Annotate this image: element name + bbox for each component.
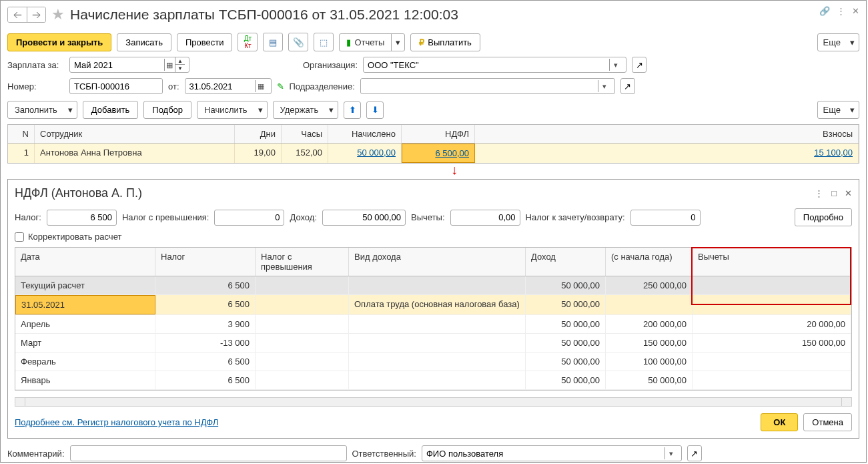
correct-calculation-label: Корректировать расчет [28, 232, 121, 242]
dtkt-icon-button[interactable]: ДтКт [238, 33, 258, 51]
income-input[interactable] [322, 210, 406, 226]
salary-period-input[interactable] [74, 60, 164, 70]
table-row[interactable]: Апрель3 90050 000,00200 000,0020 000,00 [15, 315, 851, 334]
table-row[interactable]: 1 Антонова Анна Петровна 19,00 152,00 50… [8, 144, 859, 163]
responsible-label: Ответственный: [352, 449, 416, 459]
arrow-indicator-icon: ↓ [448, 162, 461, 178]
table-row[interactable]: Февраль6 50050 000,00100 000,00 [15, 353, 851, 371]
arrow-down-icon: ⬇ [372, 105, 379, 115]
date-input[interactable] [189, 81, 256, 91]
pay-button[interactable]: ₽Выплатить [410, 33, 480, 51]
page-title: Начисление зарплаты ТСБП-000016 от 31.05… [70, 7, 458, 23]
spin-up-icon[interactable]: ▲ [175, 57, 185, 65]
close-icon[interactable]: ✕ [852, 6, 859, 16]
accrued-link[interactable]: 50 000,00 [357, 148, 396, 158]
ndfl-register-link[interactable]: Подробнее см. Регистр налогового учета п… [15, 417, 218, 427]
open-icon: ↗ [691, 449, 698, 459]
comment-input[interactable] [75, 449, 342, 459]
open-reference-button[interactable]: ↗ [632, 57, 646, 73]
nav-forward-button[interactable]: 🡢 [27, 7, 45, 22]
col-year-total: (с начала года) [606, 248, 693, 276]
edit-inline-icon[interactable]: ✎ [277, 81, 284, 91]
arrow-up-icon: ⬆ [349, 105, 356, 115]
tax-input[interactable] [47, 210, 117, 226]
open-reference-button[interactable]: ↗ [687, 445, 702, 461]
income-label: Доход: [290, 212, 317, 222]
structure-icon-button[interactable]: ⬚ [314, 33, 334, 51]
employee-grid: N Сотрудник Дни Часы Начислено НДФЛ Взно… [7, 124, 859, 164]
comment-label: Комментарий: [7, 449, 65, 459]
correct-calculation-checkbox[interactable] [15, 232, 24, 242]
number-input[interactable] [74, 81, 158, 91]
organization-label: Организация: [303, 60, 358, 70]
table-row[interactable]: Январь6 50050 000,0050 000,00 [15, 371, 851, 390]
fill-dropdown[interactable]: Заполнить▾ [7, 101, 77, 119]
document-icon-button[interactable]: ▤ [263, 33, 283, 51]
ndfl-detail-table: Дата Налог Налог с превышения Вид дохода… [15, 247, 852, 391]
col-income: Доход [526, 248, 606, 276]
number-label: Номер: [7, 81, 64, 91]
table-row[interactable]: Текущий расчет6 50050 000,00250 000,00 [15, 276, 851, 295]
chevron-down-icon[interactable]: ▾ [665, 447, 677, 459]
chevron-down-icon[interactable]: ▾ [609, 59, 622, 71]
chart-icon: ▮ [346, 37, 351, 47]
organization-input[interactable] [368, 60, 609, 70]
responsible-input[interactable] [426, 449, 665, 459]
contributions-link[interactable]: 15 100,00 [814, 148, 853, 158]
pick-button[interactable]: Подбор [143, 101, 191, 119]
more-vertical-icon[interactable]: ⋮ [815, 188, 823, 198]
table-row[interactable]: Март-13 00050 000,00150 000,00150 000,00 [15, 334, 851, 353]
col-date: Дата [15, 248, 155, 276]
post-button[interactable]: Провести [177, 33, 233, 51]
arrow-left-icon: 🡠 [13, 10, 22, 20]
move-up-button[interactable]: ⬆ [344, 101, 361, 119]
ndfl-link[interactable]: 6 500,00 [435, 148, 469, 158]
col-deductions: Вычеты [693, 248, 851, 276]
close-panel-icon[interactable]: ✕ [845, 188, 852, 198]
post-and-close-button[interactable]: Провести и закрыть [7, 33, 111, 51]
add-button[interactable]: Добавить [83, 101, 138, 119]
open-icon: ↗ [624, 81, 631, 91]
more-dropdown-2[interactable]: Еще▾ [817, 101, 859, 119]
tax-credit-label: Налог к зачету/возврату: [526, 212, 625, 222]
calendar-icon[interactable]: ▦ [255, 80, 266, 92]
link-icon[interactable]: 🔗 [819, 6, 830, 16]
paperclip-icon: 📎 [293, 37, 304, 47]
tax-excess-input[interactable] [214, 210, 284, 226]
save-button[interactable]: Записать [117, 33, 171, 51]
date-label: от: [168, 81, 179, 91]
deductions-input[interactable] [450, 210, 520, 226]
withhold-dropdown[interactable]: Удержать▾ [273, 101, 339, 119]
spin-down-icon[interactable]: ▼ [175, 65, 185, 72]
horizontal-scrollbar[interactable] [15, 397, 852, 407]
maximize-icon[interactable]: □ [831, 188, 837, 198]
col-tax-excess: Налог с превышения [256, 248, 349, 276]
tax-credit-input[interactable] [630, 210, 701, 226]
cancel-button[interactable]: Отмена [803, 413, 852, 431]
col-ndfl: НДФЛ [402, 125, 475, 143]
ok-button[interactable]: ОК [761, 413, 798, 431]
chevron-down-icon[interactable]: ▾ [598, 80, 610, 92]
open-reference-button[interactable]: ↗ [620, 78, 635, 94]
col-employee: Сотрудник [35, 125, 235, 143]
move-down-button[interactable]: ⬇ [366, 101, 384, 119]
salary-period-label: Зарплата за: [7, 60, 64, 70]
department-input[interactable] [365, 81, 598, 91]
reports-dropdown[interactable]: ▮Отчеты ▾ [339, 33, 405, 51]
chevron-down-icon: ▾ [392, 34, 404, 51]
calendar-icon[interactable]: ▦ [164, 59, 175, 71]
tax-excess-label: Налог с превышения: [122, 212, 209, 222]
accrue-dropdown[interactable]: Начислить▾ [197, 101, 267, 119]
col-contributions: Взносы [475, 125, 859, 143]
details-button[interactable]: Подробно [795, 208, 852, 226]
attach-icon-button[interactable]: 📎 [288, 33, 308, 51]
col-tax: Налог [155, 248, 256, 276]
table-row[interactable]: 31.05.20216 500Оплата труда (основная на… [15, 295, 851, 315]
more-dropdown[interactable]: Еще ▾ [817, 33, 859, 51]
more-vertical-icon[interactable]: ⋮ [837, 6, 845, 16]
tax-label: Налог: [15, 212, 41, 222]
panel-title: НДФЛ (Антонова А. П.) [15, 186, 815, 200]
nav-back-button[interactable]: 🡠 [8, 7, 27, 22]
ruble-icon: ₽ [419, 37, 424, 47]
favorite-star-icon[interactable]: ★ [51, 6, 65, 23]
